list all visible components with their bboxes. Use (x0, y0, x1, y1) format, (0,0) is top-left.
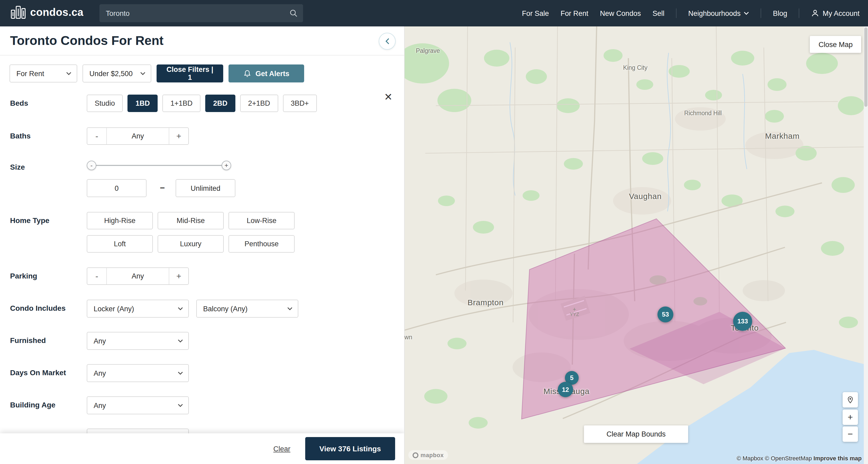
search-icon[interactable] (289, 9, 298, 18)
improve-map-link[interactable]: Improve this map (813, 455, 862, 461)
chevron-down-icon (744, 12, 749, 15)
close-filters-x-icon[interactable]: ✕ (384, 92, 393, 102)
chevron-down-icon (178, 404, 183, 407)
baths-value: Any (106, 128, 169, 144)
baths-increment-button[interactable]: + (169, 128, 188, 144)
beds-label: Beds (10, 95, 28, 112)
top-navbar: condos.ca For Sale For Rent New Condos S… (0, 0, 868, 26)
furnished-label: Furnished (10, 332, 46, 349)
size-slider-min-handle[interactable]: - (87, 161, 96, 170)
page-title: Toronto Condos For Rent (10, 33, 163, 48)
search-input[interactable] (99, 9, 289, 17)
panel-footer: Clear View 376 Listings (0, 433, 404, 464)
panel-header: Toronto Condos For Rent (0, 26, 404, 56)
days-on-market-select[interactable]: Any (87, 364, 189, 382)
search-bar (99, 4, 303, 22)
home-type-luxury[interactable]: Luxury (158, 235, 224, 253)
nav-new-condos[interactable]: New Condos (600, 9, 641, 17)
nav-divider (761, 8, 761, 18)
size-slider-track[interactable] (92, 165, 226, 166)
brand-name: condos.ca (30, 6, 83, 19)
user-icon (811, 9, 819, 18)
nav-my-account[interactable]: My Account (811, 9, 860, 18)
parking-label: Parking (10, 267, 37, 285)
close-filters-button[interactable]: Close Filters | 1 (157, 64, 223, 82)
parking-increment-button[interactable]: + (169, 268, 188, 284)
chevron-down-icon (287, 307, 292, 310)
chevron-down-icon (178, 307, 183, 310)
map-attribution: © Mapbox © OpenStreetMap Improve this ma… (737, 455, 862, 461)
size-range-separator: − (154, 179, 170, 197)
nav-for-rent[interactable]: For Rent (561, 9, 588, 17)
days-on-market-label: Days On Market (10, 364, 66, 382)
get-alerts-button[interactable]: Get Alerts (228, 64, 304, 82)
location-pin-icon (846, 396, 854, 404)
size-max-input[interactable]: Unlimited (176, 179, 236, 197)
geolocate-button[interactable] (843, 392, 858, 407)
size-min-input[interactable]: 0 (87, 179, 147, 197)
home-type-penthouse[interactable]: Penthouse (228, 235, 294, 253)
beds-option-1plus1bd[interactable]: 1+1BD (163, 95, 200, 112)
beds-option-3bdplus[interactable]: 3BD+ (283, 95, 317, 112)
filters-panel: Toronto Condos For Rent For Rent Under $… (0, 26, 405, 464)
scrollbar-thumb[interactable] (864, 28, 867, 107)
page-scrollbar[interactable] (864, 26, 868, 464)
nav-sell[interactable]: Sell (652, 9, 664, 17)
beds-option-1bd[interactable]: 1BD (128, 95, 158, 112)
close-map-button[interactable]: Close Map (810, 36, 861, 53)
mapbox-logo: mapbox (408, 450, 448, 460)
clear-map-bounds-button[interactable]: Clear Map Bounds (584, 425, 688, 443)
home-type-row-1: High-Rise Mid-Rise Low-Rise (87, 212, 294, 229)
beds-option-2plus1bd[interactable]: 2+1BD (240, 95, 278, 112)
home-type-mid-rise[interactable]: Mid-Rise (158, 212, 224, 229)
home-type-label: Home Type (10, 212, 50, 229)
beds-options: Studio 1BD 1+1BD 2BD 2+1BD 3BD+ (87, 95, 317, 112)
parking-decrement-button[interactable]: - (87, 268, 106, 284)
bell-icon (243, 69, 251, 77)
map-container[interactable]: Palgrave King City Richmond Hill Markham… (404, 26, 868, 464)
clear-filters-link[interactable]: Clear (273, 445, 290, 453)
zoom-in-button[interactable]: + (843, 409, 858, 425)
home-type-row-2: Loft Luxury Penthouse (87, 235, 294, 253)
view-listings-button[interactable]: View 376 Listings (305, 437, 395, 460)
mapbox-logo-icon (412, 452, 418, 458)
building-age-select[interactable]: Any (87, 396, 189, 414)
beds-option-studio[interactable]: Studio (87, 95, 123, 112)
cluster-marker-12[interactable]: 12 (558, 382, 573, 397)
chevron-down-icon (66, 72, 71, 75)
parking-stepper: - Any + (87, 267, 189, 285)
size-slider-max-handle[interactable]: + (222, 161, 231, 170)
chevron-down-icon (178, 339, 183, 342)
condos-logo-icon (10, 5, 26, 20)
price-select[interactable]: Under $2,500 (83, 64, 151, 82)
baths-decrement-button[interactable]: - (87, 128, 106, 144)
home-type-low-rise[interactable]: Low-Rise (228, 212, 294, 229)
balcony-select[interactable]: Balcony (Any) (196, 300, 298, 318)
listing-type-select[interactable]: For Rent (9, 64, 77, 82)
building-age-label: Building Age (10, 396, 56, 414)
home-type-high-rise[interactable]: High-Rise (87, 212, 153, 229)
condo-includes-label: Condo Includes (10, 300, 66, 317)
cluster-marker-53[interactable]: 53 (657, 306, 673, 322)
nav-neighbourhoods[interactable]: Neighbourhoods (688, 9, 749, 17)
nav-blog[interactable]: Blog (773, 9, 787, 17)
parking-value: Any (106, 268, 169, 284)
baths-stepper: - Any + (87, 127, 189, 145)
baths-label: Baths (10, 127, 31, 145)
nav-divider (676, 8, 677, 18)
beds-option-2bd[interactable]: 2BD (205, 95, 236, 112)
chevron-down-icon (140, 72, 146, 75)
home-type-loft[interactable]: Loft (87, 235, 153, 253)
size-slider: - + (87, 160, 231, 171)
nav-divider (799, 8, 799, 18)
nav-links: For Sale For Rent New Condos Sell Neighb… (522, 0, 860, 26)
chevron-down-icon (178, 371, 183, 375)
brand-logo[interactable]: condos.ca (10, 5, 83, 20)
zoom-out-button[interactable]: − (843, 427, 858, 442)
nav-for-sale[interactable]: For Sale (522, 9, 549, 17)
collapse-panel-button[interactable] (379, 33, 396, 50)
locker-select[interactable]: Locker (Any) (87, 300, 189, 318)
cluster-marker-133[interactable]: 133 (733, 312, 752, 331)
furnished-select[interactable]: Any (87, 332, 189, 350)
map-canvas (404, 26, 868, 464)
